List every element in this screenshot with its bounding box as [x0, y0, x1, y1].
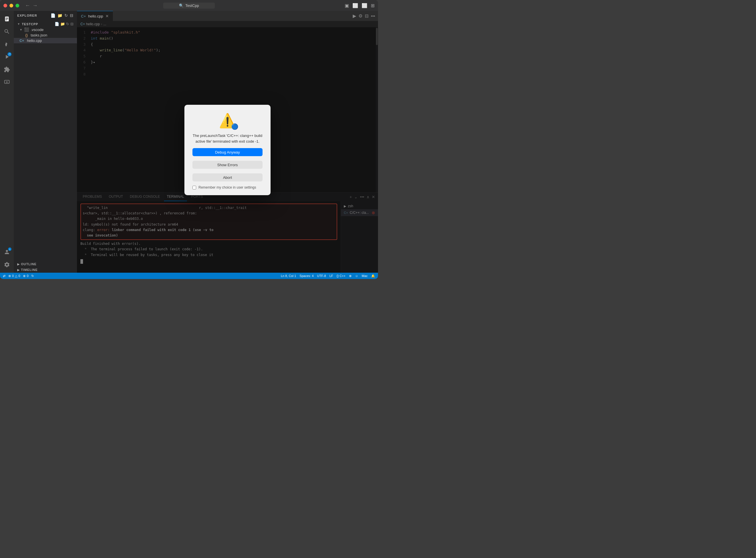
- error-icon: ⊗: [8, 274, 11, 278]
- split-right-icon[interactable]: ⬜: [362, 3, 367, 8]
- activity-bar-bottom: 1: [1, 246, 13, 271]
- sidebar-item-settings[interactable]: [1, 259, 13, 271]
- title-bar: ← → 🔍 TestCpp ▣ ⬜ ⬜ ⊞: [0, 0, 378, 11]
- modal-overlay: ⚠️🔵 The preLaunchTask 'C/C++: clang++ bu…: [77, 27, 378, 273]
- status-encoding[interactable]: UTF-8: [317, 274, 326, 278]
- folder-name: .vscode: [31, 28, 44, 32]
- eol-text: LF: [330, 274, 333, 278]
- minimize-button[interactable]: [9, 4, 13, 7]
- outline-section[interactable]: ▶ OUTLINE: [14, 261, 77, 267]
- outline-label: OUTLINE: [21, 262, 36, 266]
- sidebar: Explorer 📄 📁 ↻ ⊟ ▼ TESTCPP 📄 📁 ↻ ⊟: [14, 11, 77, 273]
- sidebar-item-explorer[interactable]: [1, 13, 13, 25]
- tasks-filename: tasks.json: [31, 33, 47, 37]
- hello-cpp-file[interactable]: C+ hello.cpp: [14, 38, 77, 43]
- breadcrumb-file: hello.cpp: [86, 22, 100, 26]
- title-search[interactable]: 🔍 TestCpp: [163, 3, 215, 8]
- status-position[interactable]: Ln 8, Col 1: [281, 274, 296, 278]
- status-bell[interactable]: 🔔: [371, 274, 375, 278]
- search-icon: 🔍: [179, 3, 184, 8]
- title-bar-right: ▣ ⬜ ⬜ ⊞: [345, 3, 374, 8]
- refresh-icon[interactable]: ↻: [64, 13, 68, 18]
- tab-close-button[interactable]: ✕: [105, 14, 109, 18]
- project-name: TESTCPP: [22, 22, 38, 26]
- sidebar-item-source-control[interactable]: [1, 39, 13, 50]
- sidebar-item-remote[interactable]: [1, 76, 13, 88]
- sidebar-item-extensions[interactable]: [1, 64, 13, 75]
- spaces-text: Spaces: 4: [299, 274, 314, 278]
- timeline-arrow: ▶: [17, 269, 20, 272]
- breadcrumb-more: ...: [103, 22, 106, 26]
- timeline-section[interactable]: ▶ TIMELINE: [14, 267, 77, 273]
- error-count: 0: [12, 274, 14, 278]
- collapse-icon[interactable]: ⊟: [70, 13, 74, 18]
- cpp-filename: hello.cpp: [27, 39, 42, 43]
- status-feedback[interactable]: ☺: [355, 274, 358, 278]
- modal-dialog: ⚠️🔵 The preLaunchTask 'C/C++: clang++ bu…: [185, 105, 271, 195]
- refresh-icon2[interactable]: ↻: [66, 22, 69, 26]
- remember-choice-row: Remember my choice in user settings: [192, 185, 256, 189]
- bell-icon: 🔔: [371, 274, 375, 278]
- debug-anyway-button[interactable]: Debug Anyway: [192, 148, 263, 156]
- status-spaces[interactable]: Spaces: 4: [299, 274, 314, 278]
- breadcrumb: C+ hello.cpp › ...: [77, 21, 378, 27]
- status-language[interactable]: {} C++: [337, 274, 345, 278]
- position-text: Ln 8, Col 1: [281, 274, 296, 278]
- forward-button[interactable]: →: [32, 3, 38, 8]
- close-button[interactable]: [3, 4, 7, 7]
- project-root[interactable]: ▼ TESTCPP 📄 📁 ↻ ⊟: [14, 21, 77, 27]
- feedback-icon: ☺: [355, 274, 358, 278]
- info-count: 0: [27, 274, 28, 278]
- new-file-icon[interactable]: 📄: [51, 13, 56, 18]
- panel-layout-icon[interactable]: ▣: [345, 3, 349, 8]
- remote-icon: ⇄: [3, 274, 5, 278]
- remember-label: Remember my choice in user settings: [198, 185, 256, 189]
- new-folder-icon[interactable]: 📁: [57, 13, 63, 18]
- vscode-window: ← → 🔍 TestCpp ▣ ⬜ ⬜ ⊞: [0, 0, 378, 279]
- status-remote[interactable]: ⇄: [3, 274, 5, 278]
- settings-gear-icon[interactable]: ⚙: [359, 13, 363, 19]
- status-errors[interactable]: ⊗ 0 △ 0: [8, 274, 20, 278]
- remember-checkbox[interactable]: [192, 186, 196, 189]
- new-folder-icon2[interactable]: 📁: [60, 22, 65, 26]
- status-copilot[interactable]: ⊕: [349, 274, 351, 278]
- status-left: ⇄ ⊗ 0 △ 0 ⊗ 0 ↻: [3, 274, 34, 278]
- sidebar-item-search[interactable]: [1, 26, 13, 37]
- tab-bar: C+ hello.cpp ✕ ▶ ⚙ ⊟ •••: [77, 11, 378, 21]
- sync-icon: ↻: [31, 274, 34, 278]
- json-file-icon: {}: [25, 33, 28, 37]
- status-platform[interactable]: Mac: [362, 274, 368, 278]
- platform-text: Mac: [362, 274, 368, 278]
- split-editor-icon[interactable]: ⊟: [365, 13, 368, 19]
- run-debug-button[interactable]: ▶: [353, 13, 356, 19]
- maximize-button[interactable]: [16, 4, 19, 7]
- abort-button[interactable]: Abort: [192, 173, 263, 181]
- window-title: TestCpp: [185, 3, 199, 8]
- collapse-icon2[interactable]: ⊟: [70, 22, 74, 26]
- main-area: ⏱ 1 Explorer 📄: [0, 11, 378, 273]
- cpp-file-icon: C+: [20, 39, 24, 43]
- vscode-folder[interactable]: ▼ ⬛ .vscode: [14, 27, 77, 32]
- split-down-icon[interactable]: ⬜: [352, 3, 358, 8]
- breadcrumb-icon: C+: [80, 22, 85, 26]
- status-sync[interactable]: ↻: [31, 274, 34, 278]
- layout-icon[interactable]: ⊞: [371, 3, 374, 8]
- tab-hello-cpp[interactable]: C+ hello.cpp ✕: [77, 11, 113, 21]
- nav-buttons: ← →: [25, 3, 38, 8]
- folder-arrow: ▼: [20, 28, 22, 31]
- traffic-lights: [3, 4, 19, 7]
- status-no-problems[interactable]: ⊗ 0: [23, 274, 28, 278]
- outline-arrow: ▶: [17, 263, 20, 266]
- folder-tree: ▼ TESTCPP 📄 📁 ↻ ⊟ ▼ ⬛ .vscode {}: [14, 20, 77, 45]
- status-eol[interactable]: LF: [330, 274, 333, 278]
- breadcrumb-sep: ›: [101, 22, 102, 26]
- warning-count: 0: [18, 274, 20, 278]
- tasks-json-file[interactable]: {} tasks.json: [14, 32, 77, 38]
- more-actions-icon[interactable]: •••: [371, 14, 375, 18]
- sidebar-item-account[interactable]: 1: [1, 246, 13, 258]
- new-file-icon2[interactable]: 📄: [54, 22, 59, 26]
- back-button[interactable]: ←: [25, 3, 30, 8]
- show-errors-button[interactable]: Show Errors: [192, 161, 263, 169]
- sidebar-item-run[interactable]: ⏱: [1, 51, 13, 62]
- encoding-text: UTF-8: [317, 274, 326, 278]
